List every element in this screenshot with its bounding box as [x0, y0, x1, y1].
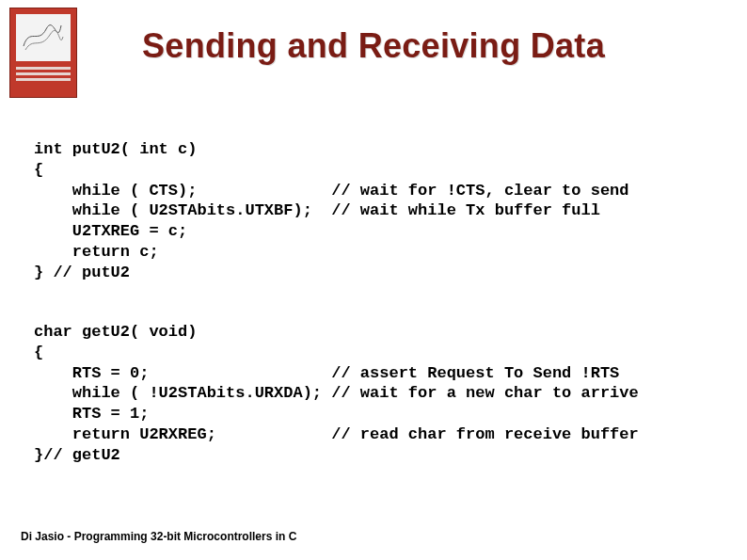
- code-block-getu2: char getU2( void) { RTS = 0; // assert R…: [34, 322, 639, 465]
- slide: Sending and Receiving Data int putU2( in…: [0, 0, 747, 560]
- slide-title: Sending and Receiving Data: [0, 26, 747, 66]
- book-cover-title-lines: [16, 67, 71, 89]
- footer-citation: Di Jasio - Programming 32-bit Microcontr…: [21, 530, 296, 543]
- code-block-putu2: int putU2( int c) { while ( CTS); // wai…: [34, 139, 629, 282]
